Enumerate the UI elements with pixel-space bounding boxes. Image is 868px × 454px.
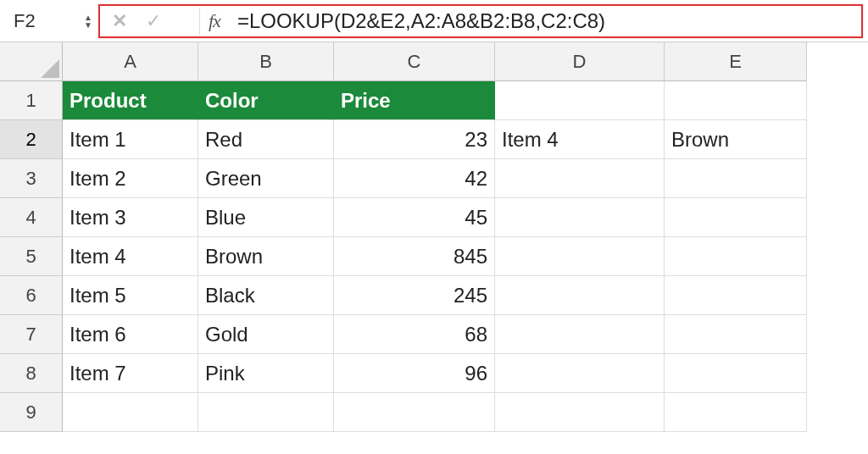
cell[interactable]: 845: [334, 237, 495, 276]
table-row: Item 2 Green 42: [63, 159, 868, 198]
formula-bar: F2 ▲ ▼ ✕ ✓ fx =LOOKUP(D2&E2,A2:A8&B2:B8,…: [0, 0, 868, 42]
row-header-3[interactable]: 3: [0, 159, 63, 198]
row-header-1[interactable]: 1: [0, 81, 63, 120]
cell[interactable]: Item 6: [63, 315, 198, 354]
row-header-7[interactable]: 7: [0, 315, 63, 354]
cell[interactable]: [665, 354, 807, 393]
cell[interactable]: Black: [198, 276, 334, 315]
row-header-4[interactable]: 4: [0, 198, 63, 237]
cell[interactable]: [495, 276, 665, 315]
cell-reference: F2: [14, 10, 36, 32]
cell[interactable]: [495, 198, 665, 237]
table-row: [63, 393, 868, 432]
cell[interactable]: [495, 393, 665, 432]
cell[interactable]: [495, 237, 665, 276]
col-header-b[interactable]: B: [198, 42, 334, 81]
cell[interactable]: 245: [334, 276, 495, 315]
table-row: Item 1 Red 23 Item 4 Brown: [63, 120, 868, 159]
cell[interactable]: [495, 81, 665, 120]
cell[interactable]: [495, 315, 665, 354]
cell[interactable]: 23: [334, 120, 495, 159]
header-color[interactable]: Color: [198, 81, 334, 120]
cell[interactable]: [198, 393, 334, 432]
data-region: Product Color Price Item 1 Red 23 Item 4…: [63, 81, 868, 432]
confirm-icon[interactable]: ✓: [141, 8, 166, 35]
row-header-5[interactable]: 5: [0, 237, 63, 276]
table-row: Item 3 Blue 45: [63, 198, 868, 237]
row-headers: 1 2 3 4 5 6 7 8 9: [0, 81, 63, 432]
table-row: Item 4 Brown 845: [63, 237, 868, 276]
cell[interactable]: Brown: [665, 120, 807, 159]
header-price[interactable]: Price: [334, 81, 495, 120]
cell[interactable]: Item 2: [63, 159, 198, 198]
cell[interactable]: [665, 81, 807, 120]
row-header-8[interactable]: 8: [0, 354, 63, 393]
col-header-a[interactable]: A: [63, 42, 198, 81]
spreadsheet-grid: 1 2 3 4 5 6 7 8 9 A B C D E Product Colo…: [0, 42, 868, 454]
cell[interactable]: Item 4: [63, 237, 198, 276]
name-box[interactable]: F2 ▲ ▼: [5, 4, 98, 38]
cell[interactable]: [665, 198, 807, 237]
cell[interactable]: Item 4: [495, 120, 665, 159]
cell[interactable]: 45: [334, 198, 495, 237]
table-row: Item 6 Gold 68: [63, 315, 868, 354]
cell[interactable]: Item 1: [63, 120, 198, 159]
select-all-corner[interactable]: [0, 42, 63, 81]
cell[interactable]: Item 3: [63, 198, 198, 237]
cell[interactable]: Item 5: [63, 276, 198, 315]
cell[interactable]: Brown: [198, 237, 334, 276]
cell[interactable]: [665, 315, 807, 354]
cell[interactable]: 42: [334, 159, 495, 198]
formula-group: ✕ ✓ fx =LOOKUP(D2&E2,A2:A8&B2:B8,C2:C8): [98, 4, 863, 38]
cell[interactable]: [665, 159, 807, 198]
table-row: Item 5 Black 245: [63, 276, 868, 315]
row-header-6[interactable]: 6: [0, 276, 63, 315]
formula-input[interactable]: =LOOKUP(D2&E2,A2:A8&B2:B8,C2:C8): [232, 9, 854, 33]
column-headers: A B C D E: [63, 42, 868, 81]
cell[interactable]: [495, 159, 665, 198]
stepper-down-icon[interactable]: ▼: [84, 21, 92, 29]
header-product[interactable]: Product: [63, 81, 198, 120]
cell[interactable]: Green: [198, 159, 334, 198]
cell[interactable]: Gold: [198, 315, 334, 354]
cell[interactable]: [665, 393, 807, 432]
cell[interactable]: Item 7: [63, 354, 198, 393]
row-header-9[interactable]: 9: [0, 393, 63, 432]
cell[interactable]: 96: [334, 354, 495, 393]
col-header-e[interactable]: E: [665, 42, 807, 81]
col-header-d[interactable]: D: [495, 42, 665, 81]
cell[interactable]: Pink: [198, 354, 334, 393]
divider: [175, 8, 200, 35]
row-header-2[interactable]: 2: [0, 120, 63, 159]
table-row: Product Color Price: [63, 81, 868, 120]
cell[interactable]: [495, 354, 665, 393]
cell[interactable]: [63, 393, 198, 432]
cell[interactable]: Red: [198, 120, 334, 159]
name-box-stepper[interactable]: ▲ ▼: [84, 14, 92, 29]
cell[interactable]: [665, 237, 807, 276]
col-header-c[interactable]: C: [334, 42, 495, 81]
table-row: Item 7 Pink 96: [63, 354, 868, 393]
cancel-icon[interactable]: ✕: [107, 8, 132, 35]
cell[interactable]: [334, 393, 495, 432]
fx-icon[interactable]: fx: [209, 10, 224, 32]
cell[interactable]: [665, 276, 807, 315]
cell[interactable]: 68: [334, 315, 495, 354]
cell[interactable]: Blue: [198, 198, 334, 237]
